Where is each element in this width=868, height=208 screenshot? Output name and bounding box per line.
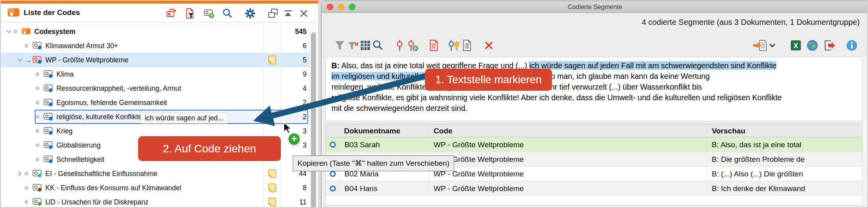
codesystem-icon xyxy=(21,27,32,36)
code-label[interactable]: WP - Größte Weltprobleme xyxy=(45,56,128,64)
undo-coding-icon[interactable] xyxy=(165,7,178,20)
column-header-code[interactable]: Code xyxy=(428,124,707,137)
document-name-cell[interactable]: B03 Sarah xyxy=(339,137,428,152)
segment-count: 2 xyxy=(279,113,307,121)
table-header-row: Dokumentname Code Vorschau xyxy=(326,124,862,137)
code-cell[interactable]: WP - Größte Weltprobleme xyxy=(428,167,707,181)
excel-export-icon[interactable]: X xyxy=(789,38,803,52)
code-row[interactable]: Ressourcenknappheit, -verteilung, Armut … xyxy=(1,81,309,96)
code-label[interactable]: UD - Ursachen für die Diskrepanz xyxy=(45,198,149,206)
collapse-all-icon[interactable] xyxy=(282,7,294,20)
activation-dot[interactable] xyxy=(36,143,39,147)
document-circle-icon[interactable] xyxy=(330,171,336,177)
screenshot-root: Liste der Codes xyxy=(0,0,868,208)
code-label[interactable]: Egoismus, fehlende Gemeinsamkeit xyxy=(56,99,167,107)
preview-cell[interactable]: B: Die größten Probleme de xyxy=(707,152,862,166)
code-row[interactable]: KK - Einfluss des Konsums auf Klimawande… xyxy=(1,181,309,195)
code-row[interactable]: Egoismus, fehlende Gemeinsamkeit 2 xyxy=(1,96,309,110)
search-icon[interactable] xyxy=(221,7,234,20)
activation-dot[interactable] xyxy=(36,86,39,90)
activation-dot[interactable] xyxy=(36,115,39,119)
activation-dot[interactable] xyxy=(24,44,28,48)
coded-segments-window: Codierte Segmente 4 codierte Segmente (a… xyxy=(321,1,868,208)
code-label[interactable]: KK - Einfluss des Konsums auf Klimawande… xyxy=(45,184,181,192)
export-icon[interactable] xyxy=(752,38,776,52)
segment-text-box[interactable]: B: Also, das ist ja eine total weit gegr… xyxy=(326,57,862,121)
code-row-selected[interactable]: → WP - Größte Weltprobleme 5 xyxy=(1,53,309,67)
segment-count: 8 xyxy=(279,184,307,192)
segments-scrollbar-track[interactable] xyxy=(862,56,868,208)
code-label[interactable]: Globalisierung xyxy=(56,141,101,150)
info-icon[interactable] xyxy=(845,38,859,52)
code-label[interactable]: religiöse, kulturelle Konflikte xyxy=(56,113,142,121)
open-export-icon[interactable] xyxy=(822,38,836,52)
code-label[interactable]: Klima xyxy=(56,70,74,79)
activation-dot[interactable] xyxy=(36,129,39,133)
chevron-right-icon[interactable] xyxy=(15,170,24,177)
column-header-vorschau[interactable]: Vorschau xyxy=(707,124,862,137)
search-icon[interactable] xyxy=(370,38,385,52)
speaker-label: B: xyxy=(331,61,340,70)
code-row[interactable]: UD - Ursachen für die Diskrepanz 11 xyxy=(1,195,309,208)
close-icon[interactable] xyxy=(297,7,310,20)
preview-cell[interactable]: B: (...) Also (...) Die größten xyxy=(707,167,862,181)
delete-icon[interactable] xyxy=(482,38,496,52)
column-header-dokumentname[interactable]: Dokumentname xyxy=(339,124,428,137)
codes-panel: Liste der Codes xyxy=(1,1,319,208)
code-cell[interactable]: WP - Größte Weltprobleme xyxy=(428,181,707,195)
activation-dot[interactable] xyxy=(24,200,28,204)
chevron-down-icon[interactable] xyxy=(15,56,24,64)
code-label[interactable]: Schnelllebigkeit xyxy=(56,156,105,164)
document-circle-icon[interactable] xyxy=(330,186,336,191)
code-label[interactable]: EI - Gesellschaftliche Einflussnahme xyxy=(45,170,157,178)
code-icon xyxy=(32,41,43,50)
table-row[interactable]: B04 Hans WP - Größte Weltprobleme B: Ich… xyxy=(326,181,862,196)
smart-coding-icon[interactable] xyxy=(447,38,461,52)
activation-dot[interactable] xyxy=(36,101,39,105)
code-row[interactable]: EI - Gesellschaftliche Einflussnahme 44 xyxy=(1,167,309,181)
activation-dot[interactable] xyxy=(24,186,28,190)
code-label[interactable]: Ressourcenknappheit, -verteilung, Armut xyxy=(56,84,181,93)
preview-cell[interactable]: B: Also, das ist ja eine total xyxy=(707,137,862,152)
activation-dot[interactable] xyxy=(36,157,39,161)
activation-dot[interactable] xyxy=(36,72,39,76)
memo-icon[interactable] xyxy=(267,169,277,181)
table-row[interactable]: B03 Sarah WP - Größte Weltprobleme B: Al… xyxy=(326,137,862,152)
undock-icon[interactable] xyxy=(267,7,279,20)
code-cell[interactable]: WP - Größte Weltprobleme xyxy=(428,137,707,152)
code-icon xyxy=(43,70,54,79)
memo-icon[interactable] xyxy=(267,197,277,208)
code-row[interactable]: Klimawandel Armut 30+ 6 xyxy=(1,39,309,53)
mouse-cursor-icon xyxy=(282,122,294,136)
segment-count: 11 xyxy=(279,198,307,206)
activation-dot[interactable] xyxy=(24,172,28,176)
code-label[interactable]: Krieg xyxy=(56,127,73,135)
filter-icon[interactable] xyxy=(333,38,347,52)
code-icon xyxy=(43,84,54,93)
new-code-icon[interactable] xyxy=(203,7,215,20)
codes-scrollbar-thumb[interactable] xyxy=(311,32,316,208)
document-circle-icon[interactable] xyxy=(330,142,336,148)
activation-dot[interactable] xyxy=(13,30,17,34)
count-column-divider xyxy=(280,23,281,208)
memo-icon[interactable] xyxy=(267,183,277,195)
memo-icon[interactable] xyxy=(267,55,277,67)
code-icon xyxy=(43,155,54,164)
preview-cell[interactable]: B: Ich denke der Klimawand xyxy=(707,181,862,195)
new-code-icon[interactable] xyxy=(405,38,419,52)
overview-icon[interactable] xyxy=(460,38,474,52)
code-cell[interactable]: WP - Größte Weltprobleme xyxy=(428,152,707,166)
window-titlebar[interactable]: Codierte Segmente xyxy=(322,1,868,13)
code-row[interactable]: Klima 9 xyxy=(1,67,309,81)
settings-icon[interactable] xyxy=(244,7,256,20)
code-label[interactable]: Klimawandel Armut 30+ xyxy=(45,42,118,50)
chevron-down-icon[interactable] xyxy=(4,28,13,35)
code-row-codesystem[interactable]: Codesystem 545 xyxy=(1,24,309,39)
document-name-cell[interactable]: B04 Hans xyxy=(339,181,428,195)
copy-tooltip: Kopieren (Taste "⌘" halten zum Verschieb… xyxy=(293,156,454,171)
code-label[interactable]: Codesystem xyxy=(34,28,75,36)
filter-codes-icon[interactable] xyxy=(183,7,196,20)
document-icon[interactable] xyxy=(427,38,441,52)
web-export-icon[interactable] xyxy=(805,38,819,52)
code-icon[interactable] xyxy=(393,38,407,52)
